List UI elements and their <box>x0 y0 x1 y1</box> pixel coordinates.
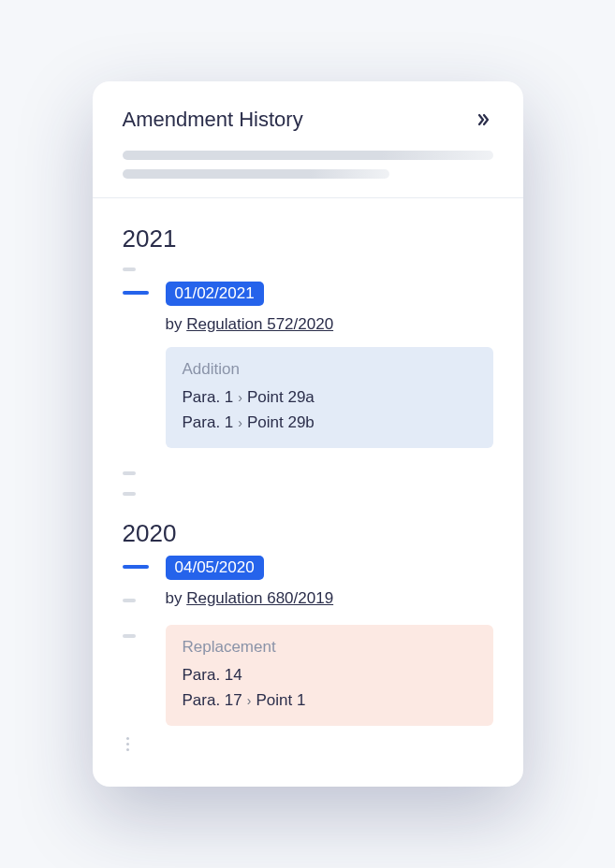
timeline-marker-active <box>123 565 149 569</box>
chevron-right-icon: › <box>247 693 252 708</box>
panel-header: Amendment History <box>93 81 523 198</box>
panel-title: Amendment History <box>123 108 303 132</box>
skeleton-placeholder <box>123 169 389 179</box>
timeline-marker-active <box>123 291 149 295</box>
change-box-addition: Addition Para. 1›Point 29a Para. 1›Point… <box>166 347 493 448</box>
amendment-entry: 01/02/2021 by Regulation 572/2020 Additi… <box>123 282 493 456</box>
amendment-entry: 04/05/2020 by Regulation 680/2019 <box>123 556 493 751</box>
timeline-continuation-dots <box>123 737 493 751</box>
by-line: by Regulation 680/2019 <box>166 589 493 608</box>
year-heading: 2021 <box>123 224 493 253</box>
year-heading: 2020 <box>123 519 493 548</box>
date-badge[interactable]: 04/05/2020 <box>166 556 264 580</box>
regulation-link[interactable]: Regulation 572/2020 <box>186 315 333 333</box>
skeleton-placeholder <box>123 151 493 160</box>
amendment-history-panel: Amendment History 2021 01/02/2021 <box>93 81 523 788</box>
change-type-label: Replacement <box>183 638 476 657</box>
date-badge[interactable]: 01/02/2021 <box>166 282 264 306</box>
panel-body: 2021 01/02/2021 by Regulation 572/2020 <box>93 198 523 788</box>
change-item: Para. 14 <box>183 662 476 687</box>
timeline-tick <box>123 471 136 475</box>
chevron-right-icon: › <box>238 390 242 405</box>
change-item: Para. 1›Point 29a <box>183 384 476 410</box>
timeline-section-2021: 01/02/2021 by Regulation 572/2020 Additi… <box>123 261 493 502</box>
by-line: by Regulation 572/2020 <box>166 315 493 334</box>
timeline-tick <box>123 492 136 496</box>
change-type-label: Addition <box>183 360 476 379</box>
timeline-tick <box>123 634 136 638</box>
timeline-tick <box>123 599 136 602</box>
change-item: Para. 1›Point 29b <box>183 410 476 435</box>
timeline-section-2020: 04/05/2020 by Regulation 680/2019 <box>123 556 493 751</box>
chevron-right-icon: › <box>238 415 242 430</box>
change-box-replacement: Replacement Para. 14 Para. 17›Point 1 <box>166 625 493 726</box>
change-item: Para. 17›Point 1 <box>183 687 476 713</box>
expand-icon[interactable] <box>475 110 493 129</box>
regulation-link[interactable]: Regulation 680/2019 <box>186 589 333 607</box>
timeline-tick <box>123 268 136 271</box>
